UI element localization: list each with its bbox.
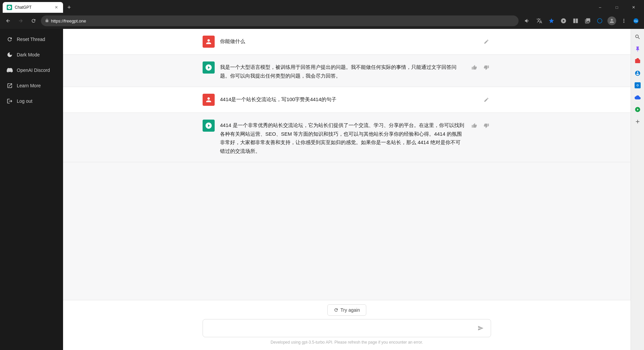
new-tab-button[interactable]: + (64, 3, 74, 12)
sidebar-item-openai-discord[interactable]: OpenAI Discord (0, 62, 63, 78)
learn-more-label: Learn More (17, 83, 41, 88)
right-panel: O (631, 29, 644, 350)
nav-bar: https://freegpt.one (0, 13, 644, 29)
tab-close-button[interactable]: ✕ (54, 5, 59, 10)
url-text: https://freegpt.one (51, 18, 515, 24)
footer-text: Developed using gpt-3.5-turbo API. Pleas… (103, 340, 590, 345)
right-panel-pin-icon[interactable] (632, 44, 643, 54)
collections-icon[interactable] (582, 15, 593, 26)
tab-bar: ChatGPT ✕ + – □ ✕ (0, 0, 644, 13)
back-button[interactable] (3, 15, 13, 26)
right-panel-green-icon[interactable] (632, 104, 643, 115)
sidebar: Reset Thread Dark Mode OpenAI Discord Le… (0, 29, 63, 350)
chat-area: 你能做什么 我是一个大型语言模型，被训练用于回答用户提出的问题。我不能做任何实际… (63, 29, 631, 300)
message-block-assistant-1: 我是一个大型语言模型，被训练用于回答用户提出的问题。我不能做任何实际的事情，只能… (63, 55, 631, 87)
thumbs-down-button-2[interactable] (482, 121, 491, 130)
edit-message-button[interactable] (482, 37, 491, 46)
message-block-user-1: 你能做什么 (63, 29, 631, 55)
edge-icon[interactable] (594, 15, 605, 26)
send-button[interactable] (475, 323, 486, 334)
active-tab[interactable]: ChatGPT ✕ (3, 2, 63, 13)
chat-input-row (203, 319, 491, 337)
browser-essentials-icon[interactable] (558, 15, 569, 26)
external-link-icon (7, 83, 13, 89)
assistant-avatar (203, 61, 215, 74)
user-avatar (203, 36, 215, 48)
message-row: 4414 是一个非常优秀的站长交流论坛，它为站长们提供了一个交流、学习、分享的平… (203, 120, 491, 155)
profile-avatar (607, 16, 616, 25)
thumbs-up-button[interactable] (470, 63, 479, 72)
discord-icon (7, 67, 13, 73)
message-text-2: 我是一个大型语言模型，被训练用于回答用户提出的问题。我不能做任何实际的事情，只能… (220, 61, 464, 80)
lock-icon (45, 18, 49, 24)
read-aloud-icon[interactable] (522, 15, 533, 26)
user-avatar-2 (203, 94, 215, 106)
chat-input[interactable] (208, 325, 475, 331)
try-again-row: Try again (103, 304, 590, 316)
right-panel-search-icon[interactable] (632, 32, 643, 42)
thumbs-up-button-2[interactable] (470, 121, 479, 130)
logout-icon (7, 98, 13, 104)
app-container: Reset Thread Dark Mode OpenAI Discord Le… (0, 29, 644, 350)
message-actions-3 (482, 94, 491, 104)
window-controls: – □ ✕ (592, 2, 641, 13)
main-content: 你能做什么 我是一个大型语言模型，被训练用于回答用户提出的问题。我不能做任何实际… (63, 29, 631, 350)
copilot-icon[interactable]: Co (631, 15, 641, 26)
tab-title: ChatGPT (15, 5, 51, 10)
moon-icon (7, 52, 13, 58)
maximize-button[interactable]: □ (609, 2, 625, 13)
tab-favicon (7, 5, 12, 10)
right-panel-red-icon[interactable] (632, 56, 643, 67)
reset-thread-label: Reset Thread (17, 37, 45, 42)
refresh-small-icon (334, 308, 338, 312)
thumbs-down-button[interactable] (482, 63, 491, 72)
right-panel-blue-circle-icon[interactable] (632, 68, 643, 79)
sidebar-item-dark-mode[interactable]: Dark Mode (0, 47, 63, 62)
bottom-area: Try again Developed using gpt-3.5-turbo … (63, 300, 631, 350)
svg-text:Co: Co (634, 19, 638, 23)
openai-discord-label: OpenAI Discord (17, 68, 50, 73)
try-again-button[interactable]: Try again (327, 304, 366, 316)
message-text-3: 4414是一个站长交流论坛，写100字赞美4414的句子 (220, 94, 476, 104)
sidebar-item-reset-thread[interactable]: Reset Thread (0, 32, 63, 47)
split-screen-icon[interactable] (570, 15, 581, 26)
minimize-button[interactable]: – (592, 2, 608, 13)
message-block-user-2: 4414是一个站长交流论坛，写100字赞美4414的句子 (63, 87, 631, 113)
profile-icon[interactable] (606, 15, 617, 26)
message-block-assistant-2: 4414 是一个非常优秀的站长交流论坛，它为站长们提供了一个交流、学习、分享的平… (63, 113, 631, 162)
log-out-label: Log out (17, 98, 33, 104)
address-bar[interactable]: https://freegpt.one (41, 15, 519, 26)
message-actions-2 (470, 61, 491, 72)
translate-icon[interactable] (534, 15, 545, 26)
favorites-icon[interactable] (546, 15, 557, 26)
svg-text:O: O (636, 84, 639, 87)
try-again-label: Try again (340, 307, 360, 313)
right-panel-cloud-icon[interactable] (632, 92, 643, 103)
sidebar-item-learn-more[interactable]: Learn More (0, 78, 63, 93)
edit-message-button-2[interactable] (482, 95, 491, 104)
forward-button[interactable] (15, 15, 26, 26)
message-actions-4 (470, 120, 491, 130)
refresh-button[interactable] (28, 15, 39, 26)
message-actions-1 (482, 36, 491, 46)
sidebar-item-log-out[interactable]: Log out (0, 93, 63, 109)
assistant-avatar-2 (203, 120, 215, 132)
message-row: 你能做什么 (203, 36, 491, 48)
nav-toolbar-icons: Co (522, 15, 641, 26)
message-text-1: 你能做什么 (220, 36, 476, 46)
close-button[interactable]: ✕ (626, 2, 641, 13)
refresh-icon (7, 36, 13, 42)
right-panel-add-icon[interactable] (632, 116, 643, 127)
message-row: 4414是一个站长交流论坛，写100字赞美4414的句子 (203, 94, 491, 106)
dark-mode-label: Dark Mode (17, 52, 40, 57)
more-options-icon[interactable] (619, 15, 629, 26)
right-panel-outlook-icon[interactable]: O (632, 80, 643, 91)
message-row: 我是一个大型语言模型，被训练用于回答用户提出的问题。我不能做任何实际的事情，只能… (203, 61, 491, 80)
browser-chrome: ChatGPT ✕ + – □ ✕ https://freegpt.one (0, 0, 644, 29)
message-text-4: 4414 是一个非常优秀的站长交流论坛，它为站长们提供了一个交流、学习、分享的平… (220, 120, 464, 155)
